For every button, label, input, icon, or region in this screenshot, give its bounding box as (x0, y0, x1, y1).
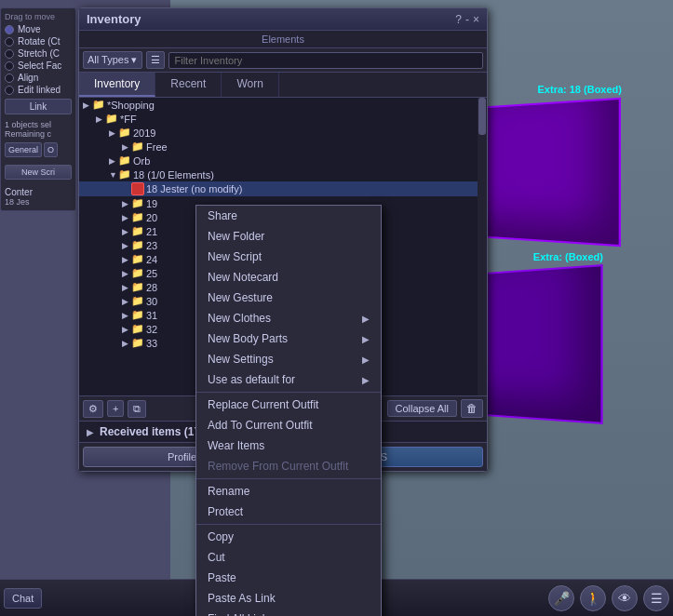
context-menu-item[interactable]: New Settings▶ (196, 349, 381, 369)
context-menu-item[interactable]: Use as default for▶ (196, 369, 381, 390)
view-button[interactable]: ☰ (146, 51, 165, 69)
tree-item-label: 19 (146, 198, 157, 209)
context-menu-item-label: Cut (208, 551, 225, 564)
tree-item-label: 30 (146, 296, 157, 307)
tree-item-label: 2019 (133, 127, 155, 139)
tree-item-arrow: ▶ (122, 283, 131, 292)
remaining-count: Remaining c (5, 129, 72, 139)
menu-icon[interactable]: ☰ (643, 585, 669, 611)
rotate-option[interactable]: Rotate (Ct (5, 36, 72, 47)
folder-icon: 📁 (131, 295, 144, 307)
mic-icon[interactable]: 🎤 (548, 585, 574, 611)
trash-button[interactable]: 🗑 (461, 399, 483, 418)
received-text: Received items (17) (100, 425, 204, 438)
box2-label: Extra: (Boxed) (533, 251, 603, 262)
move-label: Move (18, 24, 40, 34)
gear-button[interactable]: ⚙ (83, 400, 103, 418)
tree-item-arrow: ▶ (122, 241, 131, 250)
tree-item-arrow: ▼ (109, 170, 118, 180)
taskbar-icons: 🎤 🚶 👁 ☰ (548, 585, 669, 611)
context-menu-item[interactable]: Paste (196, 568, 381, 588)
tree-item[interactable]: ▶📁Orb (79, 154, 487, 167)
link-button[interactable]: Link (5, 99, 72, 114)
move-radio[interactable] (5, 25, 14, 34)
stretch-label: Stretch (C (18, 48, 60, 59)
context-menu-item[interactable]: Cut (196, 547, 381, 568)
close-icon[interactable]: × (473, 13, 479, 26)
move-option[interactable]: Move (5, 24, 72, 34)
folder-icon: 📁 (131, 337, 144, 349)
o-tab[interactable]: O (44, 142, 58, 157)
context-menu-item[interactable]: Rename (196, 481, 381, 502)
eye-icon[interactable]: 👁 (612, 585, 638, 611)
context-menu-item[interactable]: New Notecard (196, 267, 381, 288)
submenu-arrow-icon: ▶ (362, 334, 370, 344)
scrollbar-thumb[interactable] (478, 98, 486, 135)
type-selector[interactable]: All Types ▾ (83, 51, 142, 69)
edit-linked-option[interactable]: Edit linked (5, 85, 72, 95)
align-label: Align (18, 73, 38, 83)
tree-item-label: *FF (120, 114, 137, 125)
context-menu-item[interactable]: Wear Items (196, 435, 381, 456)
objects-selected: 1 objects sel (5, 120, 72, 129)
tree-item[interactable]: ▶📁*FF (79, 112, 487, 126)
align-radio[interactable] (5, 74, 14, 83)
tree-item-label: 18 (1/0 Elements) (133, 169, 214, 181)
folder-icon: 📁 (131, 225, 144, 237)
tree-item-label: Orb (133, 155, 150, 167)
context-menu-item[interactable]: Paste As Link (196, 588, 381, 609)
context-menu-item[interactable]: Protect (196, 502, 381, 522)
new-script-button[interactable]: New Scri (5, 165, 72, 180)
context-menu-item[interactable]: New Clothes▶ (196, 308, 381, 328)
submenu-arrow-icon: ▶ (362, 375, 370, 385)
context-menu-item[interactable]: Replace Current Outfit (196, 395, 381, 415)
context-menu-item[interactable]: Add To Current Outfit (196, 415, 381, 435)
received-arrow: ▶ (87, 427, 94, 437)
box1-label: Extra: 18 (Boxed) (538, 84, 622, 95)
filter-toolbar: All Types ▾ ☰ (79, 48, 487, 73)
minimize-icon[interactable]: - (465, 13, 469, 26)
select-face-radio[interactable] (5, 61, 14, 71)
folder-icon: 📁 (131, 281, 144, 293)
subtab-elements[interactable]: Elements (262, 33, 304, 45)
add-button[interactable]: + (107, 400, 124, 417)
drag-to-move: Drag to move (5, 12, 72, 21)
folder-icon: 📁 (131, 141, 144, 153)
chat-button[interactable]: Chat (4, 588, 42, 609)
context-menu-item[interactable]: Share (196, 206, 381, 226)
context-menu-item-label: Replace Current Outfit (208, 398, 318, 411)
tree-item[interactable]: ▶📁Free (79, 140, 487, 154)
tree-item[interactable]: 18 Jester (no modify) (79, 181, 487, 196)
edit-linked-radio[interactable] (5, 86, 14, 95)
context-menu-item[interactable]: New Folder (196, 226, 381, 247)
tree-scrollbar[interactable] (478, 98, 487, 395)
folder-icon: 📁 (131, 309, 144, 321)
tree-item[interactable]: ▶📁2019 (79, 126, 487, 140)
filter-input[interactable] (168, 52, 484, 69)
tab-inventory[interactable]: Inventory (79, 73, 155, 97)
align-option[interactable]: Align (5, 73, 72, 83)
general-tab[interactable]: General (5, 142, 42, 157)
tree-item[interactable]: ▼📁18 (1/0 Elements) (79, 167, 487, 181)
tab-recent[interactable]: Recent (155, 73, 222, 97)
context-menu-item[interactable]: Find All Links (196, 609, 381, 616)
submenu-arrow-icon: ▶ (362, 355, 370, 365)
select-face-option[interactable]: Select Fac (5, 60, 72, 71)
collapse-all-button[interactable]: Collapse All (387, 400, 457, 417)
context-menu-item[interactable]: New Gesture (196, 288, 381, 308)
help-icon[interactable]: ? (455, 13, 462, 26)
copy-button[interactable]: ⧉ (128, 400, 146, 418)
context-menu-item[interactable]: Copy (196, 527, 381, 547)
item-icon-red (131, 182, 144, 195)
tree-item[interactable]: ▶📁*Shopping (79, 98, 487, 112)
context-menu-item[interactable]: New Body Parts▶ (196, 328, 381, 349)
rotate-radio[interactable] (5, 37, 14, 47)
walk-icon[interactable]: 🚶 (580, 585, 606, 611)
tree-item-label: 18 Jester (no modify) (146, 183, 242, 194)
stretch-option[interactable]: Stretch (C (5, 48, 72, 59)
context-menu-item[interactable]: New Script (196, 247, 381, 267)
stretch-radio[interactable] (5, 49, 14, 59)
tab-worn[interactable]: Worn (222, 73, 278, 97)
tree-item-arrow: ▶ (83, 100, 92, 110)
content-label: Conter (5, 187, 72, 197)
